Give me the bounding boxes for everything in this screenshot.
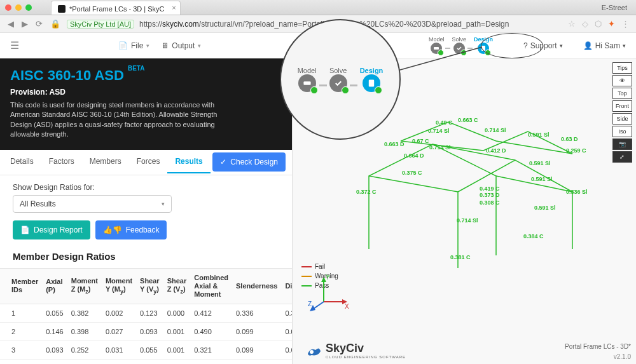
member-label: 0.664 D — [404, 152, 424, 159]
member-label: 0.259 C — [566, 147, 586, 154]
thumbs-icon: 👍👎 — [103, 226, 122, 234]
secure-badge: SkyCiv Pty Ltd [AU] — [67, 20, 134, 29]
svg-rect-1 — [481, 46, 485, 51]
member-label: 0.591 Sl — [529, 160, 551, 166]
filter-label: Show Design Ratios for: — [13, 183, 279, 192]
svg-line-2 — [369, 176, 458, 192]
workflow-steps: Model Solve Design — [429, 36, 493, 55]
tab-forces[interactable]: Forces — [129, 151, 168, 173]
window-controls[interactable] — [5, 4, 32, 11]
svg-point-16 — [310, 350, 314, 354]
table-header: Shear Y (Vy) — [136, 268, 163, 304]
viewport-toolbar: Tips 👁 Top Front Side Iso 📷 ⤢ — [612, 62, 632, 163]
ext-icon[interactable]: ◇ — [582, 19, 588, 29]
browser-profile: E-Street — [602, 4, 636, 11]
support-menu[interactable]: ?Support▾ — [523, 41, 563, 50]
table-header: Member IDs — [0, 268, 42, 304]
member-label: 0.419 C — [480, 185, 500, 192]
browser-tab[interactable]: *Portal Frame LCs - 3D | SkyC × — [51, 1, 181, 15]
member-label: 0.67 C — [412, 138, 429, 144]
svg-rect-19 — [369, 79, 374, 86]
code-title: AISC 360-10 ASD — [10, 67, 124, 84]
step-solve[interactable]: Solve — [452, 36, 466, 55]
star-icon[interactable]: ☆ — [568, 19, 576, 29]
back-icon[interactable]: ◀ — [6, 19, 15, 29]
svg-text:Z: Z — [308, 300, 312, 307]
member-label: 0.381 C — [450, 254, 471, 260]
menu-icon[interactable]: ⋮ — [621, 19, 630, 29]
view-side-button[interactable]: Side — [612, 113, 632, 125]
member-label: 0.591 Sl — [534, 205, 556, 211]
axes-gizmo: Y X Z — [308, 273, 352, 320]
file-menu[interactable]: 📄File▾ — [118, 41, 149, 50]
lock-icon: 🔒 — [49, 19, 62, 29]
member-label: 0.412 D — [486, 147, 506, 154]
code-header: AISC 360-10 ASDBETA Provision: ASD This … — [0, 58, 292, 150]
document-icon: 📄 — [20, 226, 30, 234]
visibility-button[interactable]: 👁 — [612, 75, 632, 86]
reload-icon[interactable]: ⟳ — [34, 19, 44, 29]
design-ratios-table: Member IDsAxial (P)Moment Z (Mz)Moment Y… — [0, 268, 292, 364]
provision-label: Provision: ASD — [10, 88, 282, 97]
table-row[interactable]: 20.1460.3980.0270.0930.0010.4900.0990.00… — [0, 323, 292, 341]
tab-details[interactable]: Details — [3, 151, 41, 173]
table-header: Moment Y (My) — [102, 268, 136, 304]
check-icon: ✓ — [220, 158, 226, 166]
version-label: v2.1.0 — [614, 353, 631, 360]
user-menu[interactable]: 👤Hi Sam▾ — [583, 41, 626, 50]
member-label: 0.336 Sl — [566, 189, 588, 195]
member-label: 0.373 D — [480, 192, 500, 198]
beta-badge: BETA — [128, 65, 144, 72]
svg-rect-0 — [434, 47, 439, 50]
screenshot-button[interactable]: 📷 — [612, 138, 632, 150]
logo: SkyCiv CLOUD ENGINEERING SOFTWARE — [305, 342, 406, 359]
hamburger-icon[interactable]: ☰ — [10, 39, 19, 51]
table-row[interactable]: 10.0550.3820.0020.1230.0000.4120.3360.36… — [0, 304, 292, 323]
tips-button[interactable]: Tips — [612, 62, 632, 74]
table-header: Combined Axial & Moment — [190, 268, 232, 304]
feedback-button[interactable]: 👍👎Feedback — [95, 220, 167, 239]
filename-label: Portal Frame LCs - 3D* — [565, 343, 631, 350]
view-iso-button[interactable]: Iso — [612, 126, 632, 137]
chevron-down-icon: ▾ — [162, 201, 165, 207]
member-label: 0.372 C — [356, 189, 377, 195]
design-report-button[interactable]: 📄Design Report — [13, 220, 90, 239]
member-label: 0.714 Sl — [429, 144, 451, 151]
tab-results[interactable]: Results — [167, 151, 210, 173]
tab-members[interactable]: Members — [82, 151, 129, 173]
favicon — [58, 5, 66, 13]
view-front-button[interactable]: Front — [612, 100, 632, 112]
ext-icon-3[interactable]: ✦ — [608, 19, 615, 29]
member-label: 0.63 D — [561, 136, 578, 142]
table-row[interactable]: 30.0930.2520.0310.0550.0010.3210.0990.63… — [0, 341, 292, 360]
fullscreen-button[interactable]: ⤢ — [612, 151, 632, 163]
svg-line-6 — [496, 141, 572, 154]
tab-factors[interactable]: Factors — [41, 151, 82, 173]
member-label: 0.591 Sl — [528, 131, 550, 138]
forward-icon[interactable]: ▶ — [20, 19, 29, 29]
member-label: 0.308 C — [480, 199, 500, 206]
member-label: 0.714 Sl — [457, 217, 478, 224]
member-label: 0.49 C — [436, 119, 453, 126]
step-model[interactable]: Model — [429, 36, 445, 55]
member-label: 0.714 Sl — [428, 128, 450, 134]
check-design-button[interactable]: ✓Check Design — [212, 152, 286, 172]
filter-select[interactable]: All Results▾ — [13, 195, 172, 213]
table-row[interactable]: 40.0510.2920.0170.0740.0010.3270.3360.07… — [0, 360, 292, 364]
close-icon[interactable]: × — [172, 4, 176, 11]
member-label: 0.384 C — [523, 233, 544, 239]
table-header: Shear Z (Vz) — [163, 268, 191, 304]
output-menu[interactable]: 🖥Output▾ — [161, 41, 201, 50]
tab-title: *Portal Frame LCs - 3D | SkyC — [69, 5, 165, 13]
member-label: 0.375 C — [402, 170, 422, 176]
step-design[interactable]: Design — [474, 36, 493, 55]
table-header: Displacement — [281, 268, 292, 304]
table-title: Member Design Ratios — [0, 247, 292, 268]
table-header: Slenderness — [232, 268, 281, 304]
member-label: 0.663 D — [384, 141, 404, 147]
member-label: 0.714 Sl — [485, 127, 506, 133]
view-top-button[interactable]: Top — [612, 88, 632, 99]
table-header: Moment Z (Mz) — [67, 268, 102, 304]
ext-icon-2[interactable]: ⬡ — [595, 19, 602, 29]
svg-text:Y: Y — [326, 274, 330, 281]
